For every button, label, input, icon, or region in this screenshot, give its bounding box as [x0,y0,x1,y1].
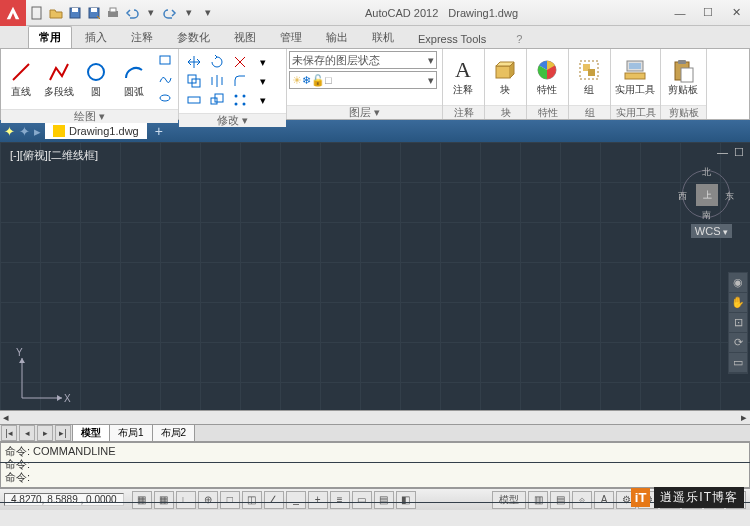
text-tool[interactable]: A注释 [445,51,481,103]
annovis-icon[interactable]: A [594,491,614,509]
vp-maximize-icon[interactable]: ☐ [734,146,744,159]
tab-home[interactable]: 常用 [28,26,72,48]
viewport-label[interactable]: [-][俯视][二维线框] [10,148,98,163]
lwt-toggle[interactable]: ≡ [330,491,350,509]
tab-annotate[interactable]: 注释 [120,26,164,48]
coordinates-display[interactable]: 4.8270, 8.5889 , 0.0000 [4,493,124,506]
orbit-icon[interactable]: ⟳ [729,333,747,353]
layout-first-icon[interactable]: |◂ [1,425,17,441]
tab-view[interactable]: 视图 [223,26,267,48]
doc-tab-active[interactable]: Drawing1.dwg [45,123,147,139]
pan-icon[interactable]: ✋ [729,293,747,313]
quickview-drawings-icon[interactable]: ▤ [550,491,570,509]
extend-tool[interactable]: ▾ [252,53,274,71]
ellipse-tool[interactable] [154,89,176,107]
minimize-button[interactable]: — [666,3,694,23]
polyline-tool[interactable]: 多段线 [41,51,77,107]
steering-wheel-icon[interactable]: ◉ [729,273,747,293]
quickview-layouts-icon[interactable]: ▥ [528,491,548,509]
maximize-button[interactable]: ☐ [694,3,722,23]
print-icon[interactable] [104,4,122,22]
panel-expand-icon[interactable]: ▾ [99,110,105,123]
saveas-icon[interactable] [85,4,103,22]
tab-output[interactable]: 输出 [315,26,359,48]
layer-state-combo[interactable]: 未保存的图层状态▾ [289,51,437,69]
app-menu-button[interactable] [0,0,26,26]
viewcube[interactable]: 上 北 南 东 西 [678,166,734,222]
tab-insert[interactable]: 插入 [74,26,118,48]
measure-tool[interactable]: 实用工具 [613,51,657,103]
properties-tool[interactable]: 特性 [529,51,565,103]
mirror-tool[interactable] [206,72,228,90]
layer-combo[interactable]: ☀ ❄ 🔓 □ ▾ [289,71,437,89]
scroll-left-icon[interactable]: ◂ [0,412,12,424]
block-tool[interactable]: 块 [487,51,523,103]
rotate-tool[interactable] [206,53,228,71]
save-icon[interactable] [66,4,84,22]
trim-tool[interactable] [229,53,251,71]
tpy-toggle[interactable]: ▭ [352,491,372,509]
sc-toggle[interactable]: ◧ [396,491,416,509]
tab-help[interactable]: ? [505,29,533,48]
tab-express[interactable]: Express Tools [407,29,497,48]
showmotion-icon[interactable]: ▭ [729,353,747,373]
open-icon[interactable] [47,4,65,22]
copy-tool[interactable] [183,72,205,90]
circle-tool[interactable]: 圆 [79,51,115,107]
otrack-toggle[interactable]: ∠ [264,491,284,509]
grid-toggle[interactable]: ▦ [154,491,174,509]
redo-drop-icon[interactable]: ▾ [180,4,198,22]
polar-toggle[interactable]: ⊕ [198,491,218,509]
layout-tab-2[interactable]: 布局2 [152,424,196,442]
dyn-toggle[interactable]: + [308,491,328,509]
vp-minimize-icon[interactable]: — [717,146,728,159]
osnap-toggle[interactable]: □ [220,491,240,509]
qat-customize-icon[interactable]: ▾ [199,4,217,22]
erase-tool[interactable]: ▾ [252,91,274,109]
snap-toggle[interactable]: ▦ [132,491,152,509]
chamfer-tool[interactable]: ▾ [252,72,274,90]
ortho-toggle[interactable]: ∟ [176,491,196,509]
undo-drop-icon[interactable]: ▾ [142,4,160,22]
move-tool[interactable] [183,53,205,71]
array-tool[interactable] [229,91,251,109]
drawing-area[interactable]: /*grid drawn via elements below*/ [-][俯视… [0,142,750,424]
new-icon[interactable] [28,4,46,22]
rectangle-tool[interactable] [154,51,176,69]
fillet-tool[interactable] [229,72,251,90]
line-tool[interactable]: 直线 [3,51,39,107]
tab-online[interactable]: 联机 [361,26,405,48]
close-button[interactable]: ✕ [722,3,750,23]
add-tab-button[interactable]: + [151,123,167,139]
layout-next-icon[interactable]: ▸ [37,425,53,441]
tab-manage[interactable]: 管理 [269,26,313,48]
redo-icon[interactable] [161,4,179,22]
spline-tool[interactable] [154,70,176,88]
undo-icon[interactable] [123,4,141,22]
tab-parametric[interactable]: 参数化 [166,26,221,48]
command-line[interactable]: 命令: COMMANDLINE 命令: 命令: [0,442,750,488]
stretch-tool[interactable] [183,91,205,109]
layout-tab-model[interactable]: 模型 [72,424,110,442]
group-tool[interactable]: 组 [571,51,607,103]
qp-toggle[interactable]: ▤ [374,491,394,509]
annoscale-icon[interactable]: ⟐ [572,491,592,509]
scale-tool[interactable] [206,91,228,109]
model-space-toggle[interactable]: 模型 [492,491,526,509]
panel-expand-icon[interactable]: ▾ [374,106,380,119]
layout-prev-icon[interactable]: ◂ [19,425,35,441]
arc-tool[interactable]: 圆弧 [116,51,152,107]
home-icon[interactable]: ✦ [19,124,30,139]
ducs-toggle[interactable]: ⎯ [286,491,306,509]
horizontal-scrollbar[interactable]: ◂ ▸ [0,410,750,424]
layout-last-icon[interactable]: ▸| [55,425,71,441]
paste-tool[interactable]: 剪贴板 [663,51,703,103]
pin-icon[interactable]: ✦ [4,124,15,139]
layout-tab-1[interactable]: 布局1 [109,424,153,442]
panel-expand-icon[interactable]: ▾ [242,114,248,127]
wcs-label[interactable]: WCS ▾ [691,224,732,238]
cmd-prompt[interactable]: 命令: [5,471,745,484]
3dosnap-toggle[interactable]: ◫ [242,491,262,509]
scroll-right-icon[interactable]: ▸ [738,412,750,424]
nav-icon[interactable]: ▸ [34,124,41,139]
